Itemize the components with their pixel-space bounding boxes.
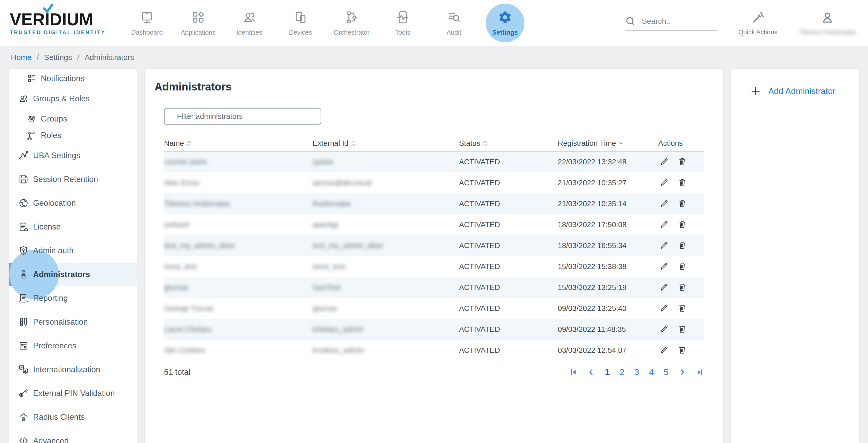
edit-icon [659, 303, 669, 313]
quick-actions-wand-icon [751, 10, 765, 25]
edit-icon [659, 324, 669, 334]
nav-item-applications[interactable]: Applications [173, 1, 224, 45]
nav-item-audit[interactable]: Audit [428, 1, 479, 45]
table-row[interactable]: Tiberius Hodoroaba thodoroaba ACTIVATED … [164, 193, 704, 214]
page-number-4[interactable]: 4 [649, 367, 654, 377]
logo-text-prefix: VER [10, 11, 45, 28]
sidebar-item-uba-settings[interactable]: UBA Settings [9, 144, 137, 168]
breadcrumb-home-link[interactable]: Home [11, 53, 32, 62]
sidebar-item-internationalization[interactable]: Internationalization [9, 358, 137, 382]
page-number-5[interactable]: 5 [664, 367, 669, 377]
table-row[interactable]: ionut_test ionut_test ACTIVATED 15/03/20… [164, 256, 704, 277]
edit-button[interactable] [659, 324, 669, 335]
table-row[interactable]: Laura Chelaru lchelaru_admin ACTIVATED 0… [164, 319, 704, 340]
nav-item-tools[interactable]: Tools [377, 1, 428, 45]
tools-icon [396, 10, 410, 25]
sidebar-item-groups[interactable]: Groups [9, 111, 137, 127]
sidebar-item-reporting[interactable]: Reporting [9, 286, 137, 310]
search-input[interactable] [642, 17, 711, 26]
delete-button[interactable] [677, 282, 687, 293]
sidebar-item-roles[interactable]: Roles [9, 127, 137, 144]
sidebar-item-preferences[interactable]: Preferences [9, 334, 137, 358]
delete-button[interactable] [677, 324, 687, 335]
sidebar-item-groups-roles[interactable]: Groups & Roles [9, 87, 137, 111]
delete-icon [677, 282, 687, 292]
cell-status: ACTIVATED [459, 325, 558, 334]
next-page-button[interactable] [678, 368, 686, 376]
sidebar-item-personalisation[interactable]: Personalisation [9, 310, 137, 334]
delete-button[interactable] [677, 178, 687, 188]
delete-icon [677, 324, 687, 334]
table-row[interactable]: Alin Croitoru lcroitoru_admin ACTIVATED … [164, 340, 704, 361]
add-administrator-button[interactable]: Add Administrator [750, 86, 835, 97]
delete-button[interactable] [677, 157, 687, 167]
delete-button[interactable] [677, 261, 687, 272]
table-row[interactable]: serbant qwerkjp ACTIVATED 18/03/2022 17:… [164, 214, 704, 235]
delete-button[interactable] [677, 345, 687, 356]
sidebar-item-session-retention[interactable]: Session Retention [9, 168, 137, 191]
sidebar-item-notifications[interactable]: Notifications [9, 70, 137, 87]
user-menu[interactable]: Tiberius Hodoroaba [799, 10, 856, 36]
edit-button[interactable] [659, 345, 669, 356]
session-retention-icon [18, 174, 29, 185]
delete-button[interactable] [677, 240, 687, 251]
table-row[interactable]: test_my_admin_alias test_my_admin_alias … [164, 235, 704, 256]
sidebar-item-radius-clients[interactable]: Radius Clients [9, 405, 137, 429]
table-header-row: Name External Id Status Registration Tim… [164, 136, 704, 151]
nav-item-identities[interactable]: Identities [224, 1, 275, 45]
sidebar-item-license[interactable]: License [9, 215, 137, 239]
page-title: Administrators [154, 81, 723, 93]
nav-item-orchestrator[interactable]: Orchestrator [326, 1, 377, 45]
table-row[interactable]: Alex Enciu aenciu@dev.local ACTIVATED 21… [164, 172, 704, 193]
cell-external-id: GeoTest [313, 283, 459, 292]
delete-button[interactable] [677, 303, 687, 314]
nav-item-dashboard[interactable]: Dashboard [121, 1, 173, 45]
sidebar-item-advanced[interactable]: Advanced [9, 429, 137, 443]
first-page-icon [570, 368, 578, 376]
cell-name: ionut_test [164, 262, 313, 271]
cell-name: Laura Chelaru [164, 325, 313, 334]
column-header-status[interactable]: Status [459, 139, 558, 148]
admin-auth-icon [18, 245, 29, 256]
table-row[interactable]: gturcas GeoTest ACTIVATED 15/03/2022 13:… [164, 277, 704, 298]
edit-button[interactable] [659, 261, 669, 272]
quick-actions-button[interactable]: Quick Actions [738, 10, 777, 36]
filter-administrators-input[interactable] [164, 108, 321, 125]
page-number-1[interactable]: 1 [605, 367, 610, 377]
table-row[interactable]: cosmin petre cpetre ACTIVATED 22/03/2022… [164, 151, 704, 172]
delete-button[interactable] [677, 219, 687, 230]
edit-button[interactable] [659, 240, 669, 251]
edit-button[interactable] [659, 157, 669, 167]
column-header-name[interactable]: Name [164, 139, 313, 148]
last-page-button[interactable] [696, 368, 704, 376]
sidebar-item-geolocation[interactable]: Geolocation [9, 191, 137, 215]
column-header-external-id[interactable]: External Id [313, 139, 459, 148]
cell-name: cosmin petre [164, 158, 313, 166]
page-number-2[interactable]: 2 [619, 367, 624, 377]
sidebar-item-administrators[interactable]: Administrators [9, 263, 137, 286]
cell-external-id: aenciu@dev.local [313, 179, 459, 187]
breadcrumb: Home / Settings / Administrators [0, 46, 868, 69]
administrators-icon [18, 269, 29, 280]
global-search[interactable] [625, 16, 717, 30]
sidebar-item-external-pin-validation[interactable]: External PIN Validation [9, 382, 137, 405]
edit-button[interactable] [659, 282, 669, 293]
edit-button[interactable] [659, 219, 669, 230]
first-page-button[interactable] [570, 368, 578, 376]
breadcrumb-settings[interactable]: Settings [44, 53, 72, 62]
column-header-registration-time[interactable]: Registration Time [558, 139, 658, 148]
edit-icon [659, 240, 669, 250]
page-number-3[interactable]: 3 [634, 367, 639, 377]
table-footer: 61 total 1 2 3 4 5 [164, 367, 704, 377]
delete-button[interactable] [677, 199, 687, 209]
devices-icon [293, 10, 308, 25]
edit-button[interactable] [659, 303, 669, 314]
edit-button[interactable] [659, 178, 669, 188]
cell-status: ACTIVATED [459, 179, 558, 187]
edit-button[interactable] [659, 199, 669, 209]
nav-item-settings[interactable]: Settings [479, 1, 531, 45]
table-row[interactable]: George Turcas gturcas ACTIVATED 09/03/20… [164, 298, 704, 319]
nav-item-devices[interactable]: Devices [275, 1, 326, 45]
prev-page-button[interactable] [587, 368, 595, 376]
delete-icon [677, 303, 687, 313]
